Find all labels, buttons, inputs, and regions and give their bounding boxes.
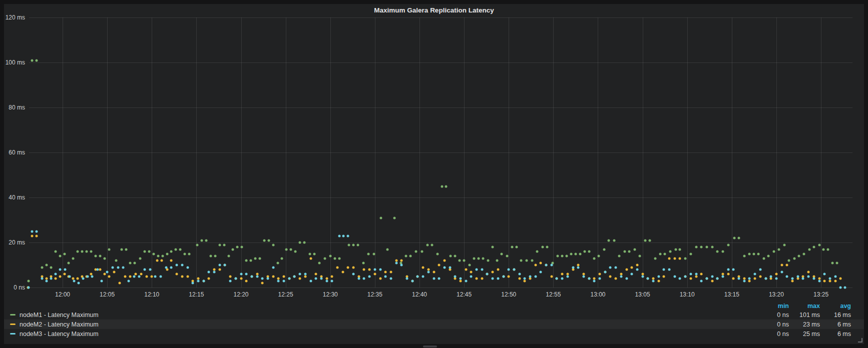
data-point-series-2 <box>400 260 403 262</box>
data-point-series-2 <box>609 275 612 278</box>
legend-series-label[interactable]: nodeM2 - Latency Maximum <box>20 321 758 328</box>
horizontal-scrollbar-thumb[interactable] <box>423 346 437 348</box>
y-gridline <box>29 62 852 63</box>
data-point-series-1 <box>329 255 331 258</box>
data-point-series-3 <box>534 275 537 278</box>
data-point-series-3 <box>604 270 606 273</box>
y-gridline <box>29 18 852 18</box>
data-point-series-3 <box>101 280 103 282</box>
data-point-series-1 <box>281 257 283 260</box>
data-point-series-1 <box>263 239 265 242</box>
data-point-series-3 <box>176 264 178 266</box>
legend-series-label[interactable]: nodeM1 - Latency Maximum <box>20 312 758 318</box>
data-point-series-2 <box>36 234 38 237</box>
data-point-series-1 <box>831 262 834 264</box>
data-point-series-1 <box>409 255 412 258</box>
data-point-series-1 <box>531 260 533 262</box>
data-point-series-3 <box>165 266 167 268</box>
data-point-series-3 <box>647 278 649 280</box>
x-gridline <box>643 18 643 288</box>
data-point-series-1 <box>628 250 630 253</box>
data-point-series-3 <box>566 275 569 278</box>
data-point-series-1 <box>196 244 199 246</box>
data-point-series-1 <box>772 250 775 253</box>
data-point-series-1 <box>324 257 326 260</box>
data-point-series-2 <box>561 273 564 276</box>
data-point-series-3 <box>684 275 687 278</box>
data-point-series-1 <box>763 257 765 260</box>
data-point-series-1 <box>496 260 499 262</box>
data-point-series-3 <box>202 280 205 282</box>
data-point-series-1 <box>454 255 457 258</box>
data-point-series-1 <box>808 248 810 250</box>
data-point-series-2 <box>438 264 441 266</box>
data-point-series-1 <box>566 255 568 258</box>
data-point-series-3 <box>689 273 692 276</box>
data-point-series-3 <box>631 273 633 276</box>
data-point-series-1 <box>41 266 44 268</box>
data-point-series-3 <box>325 280 328 282</box>
legend-column-max[interactable]: max <box>789 302 820 310</box>
data-point-series-1 <box>748 252 751 255</box>
data-point-series-1 <box>54 250 57 253</box>
data-point-series-1 <box>267 239 270 242</box>
data-point-series-3 <box>620 275 622 278</box>
data-point-series-3 <box>754 273 756 276</box>
data-point-series-3 <box>796 275 799 278</box>
data-point-series-2 <box>160 260 163 262</box>
x-axis-label: 12:40 <box>412 291 427 298</box>
data-point-series-2 <box>476 278 478 280</box>
panel-title[interactable]: Maximum Galera Replication Latency <box>4 6 864 16</box>
y-axis-label: 40 ms <box>1 194 25 201</box>
data-point-series-3 <box>540 270 542 273</box>
data-point-series-2 <box>518 278 521 280</box>
panel-resize-handle[interactable] <box>858 338 862 342</box>
x-axis-label: 13:20 <box>769 291 784 298</box>
legend-column-avg[interactable]: avg <box>820 302 851 310</box>
data-point-series-1 <box>245 260 248 262</box>
data-point-series-1 <box>648 239 651 242</box>
data-point-series-1 <box>134 262 136 264</box>
data-point-series-3 <box>416 275 419 278</box>
data-point-series-1 <box>583 250 586 253</box>
data-point-series-3 <box>82 278 85 280</box>
data-point-series-1 <box>201 239 203 242</box>
data-point-series-2 <box>113 270 116 273</box>
legend-row[interactable]: nodeM2 - Latency Maximum0 ns23 ms6 ms <box>4 320 864 329</box>
data-point-series-3 <box>454 275 457 278</box>
data-point-series-1 <box>290 248 292 250</box>
data-point-series-2 <box>834 280 836 282</box>
x-axis-label: 12:20 <box>233 291 248 298</box>
data-point-series-3 <box>459 278 462 280</box>
data-point-series-3 <box>250 275 253 278</box>
data-point-series-3 <box>78 282 80 284</box>
legend-row[interactable]: nodeM3 - Latency Maximum0 ns25 ms6 ms <box>4 329 864 338</box>
data-point-series-3 <box>508 268 510 271</box>
data-point-series-1 <box>31 59 34 62</box>
x-axis-label: 12:05 <box>100 291 115 298</box>
data-point-series-3 <box>373 268 376 271</box>
data-point-series-2 <box>754 278 756 280</box>
legend-row[interactable]: nodeM1 - Latency Maximum0 ns101 ms16 ms <box>4 310 864 320</box>
data-point-series-3 <box>786 275 788 278</box>
data-point-series-2 <box>261 282 264 284</box>
data-point-series-3 <box>438 278 441 280</box>
legend-stat-max: 101 ms <box>789 312 820 318</box>
data-point-series-1 <box>705 246 708 248</box>
data-point-series-2 <box>208 278 210 280</box>
x-axis-label: 13:10 <box>680 291 695 298</box>
data-point-series-3 <box>481 268 483 271</box>
data-point-series-3 <box>245 273 248 276</box>
data-point-series-1 <box>579 252 581 255</box>
data-point-series-3 <box>352 273 355 276</box>
data-point-series-1 <box>445 185 448 188</box>
x-gridline <box>286 18 286 288</box>
data-point-series-1 <box>689 252 692 255</box>
data-point-series-3 <box>663 268 665 271</box>
data-point-series-2 <box>599 273 601 276</box>
data-point-series-2 <box>99 268 101 271</box>
legend-column-min[interactable]: min <box>758 302 789 310</box>
data-point-series-3 <box>138 275 141 278</box>
data-point-series-2 <box>636 264 638 266</box>
legend-series-label[interactable]: nodeM3 - Latency Maximum <box>20 330 758 338</box>
